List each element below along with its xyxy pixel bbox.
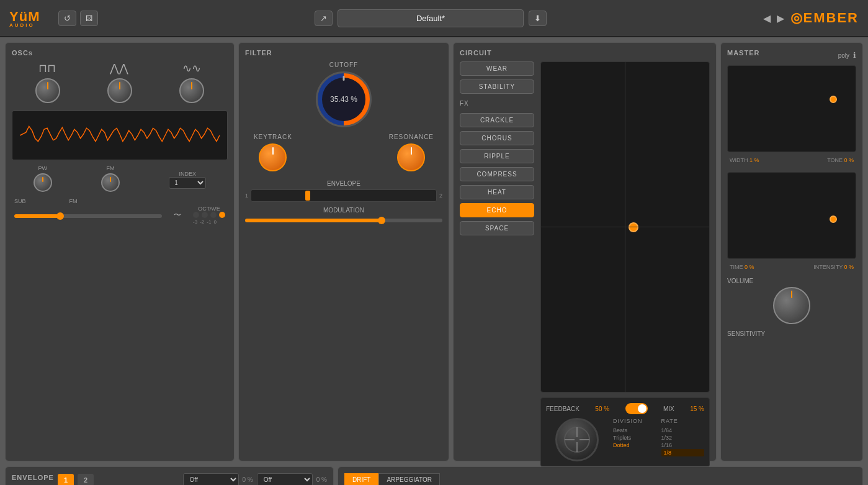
fm-slider-label: FM <box>69 198 78 204</box>
oct-val-m2: -2 <box>200 219 204 225</box>
osc-wave-svg <box>12 111 227 160</box>
width-tone-pad[interactable] <box>727 65 856 152</box>
fm-knob[interactable] <box>101 173 120 192</box>
rate-1-8[interactable]: 1/8 <box>661 449 705 456</box>
cutoff-knob[interactable]: 35.43 % <box>316 71 372 127</box>
space-button[interactable]: SPACE <box>460 221 534 235</box>
time-intensity-pad[interactable] <box>727 172 856 259</box>
cutoff-value: 35.43 % <box>322 78 365 121</box>
osc-knob-2-control[interactable] <box>107 78 132 103</box>
poly-label: poly <box>838 52 849 59</box>
logo: YüM AUDIO <box>9 9 40 28</box>
osc-knob-2 <box>107 78 132 106</box>
circuit-left: WEAR STABILITY FX CRACKLE CHORUS RIPPLE … <box>460 61 534 467</box>
circuit-title: CIRCUIT <box>460 49 710 57</box>
octave-num-labels: -3 -2 -1 0 <box>193 219 225 225</box>
resonance-group: RESONANCE <box>389 134 434 174</box>
tone-label: TONE 0 % <box>827 157 854 163</box>
oct-dot-m2[interactable] <box>202 212 208 218</box>
wave-saw-icon: ⋀⋀ <box>110 61 128 75</box>
toggle-track[interactable] <box>625 403 648 414</box>
mix-value: 15 % <box>690 406 704 412</box>
preset-name[interactable]: Default* <box>338 9 524 27</box>
volume-knob[interactable] <box>773 287 810 324</box>
stability-button[interactable]: STABILITY <box>460 79 534 94</box>
cutoff-label: CUTOFF <box>329 61 358 68</box>
osc-knob-1-control[interactable] <box>35 78 60 103</box>
time-intensity-labels: TIME 0 % INTENSITY 0 % <box>727 263 856 271</box>
dotted-option[interactable]: Dotted <box>613 442 656 449</box>
delay-controls: FEEDBACK 50 % MIX 15 % <box>540 397 710 467</box>
keytrack-label: KEYTRACK <box>254 134 292 140</box>
rate-1-64[interactable]: 1/64 <box>661 427 705 434</box>
arpeggiator-tab[interactable]: ARPEGGIATOR <box>378 473 439 485</box>
wear-button[interactable]: WEAR <box>460 61 534 76</box>
fm-label: FM <box>101 165 120 171</box>
env-min: 1 <box>245 193 248 199</box>
division-label: DIVISION <box>613 418 656 424</box>
octave-section: OCTAVE -3 -2 -1 0 <box>193 206 225 225</box>
osc-main-knobs <box>12 78 228 106</box>
compress-button[interactable]: COMPRESS <box>460 167 534 181</box>
rate-1-16[interactable]: 1/16 <box>661 442 705 449</box>
rate-1-32[interactable]: 1/32 <box>661 434 705 442</box>
delay-grid <box>541 62 709 392</box>
mix-label: MIX <box>663 406 674 412</box>
time-intensity-dot[interactable] <box>830 215 837 223</box>
volume-section: VOLUME <box>727 278 856 324</box>
delay-toggle[interactable] <box>625 403 648 414</box>
undo-button[interactable]: ↺ <box>58 11 76 26</box>
envelope-dropdown-2[interactable]: OffFilterPitch <box>257 473 313 485</box>
download-button[interactable]: ⬇ <box>529 11 547 26</box>
filter-title: FILTER <box>245 49 442 57</box>
filter-envelope-row: ENVELOPE 1 2 <box>245 180 442 202</box>
division-section: DIVISION Beats Triplets Dotted <box>613 418 656 461</box>
env-percent-2: 0 % <box>316 476 327 483</box>
top-bar-right: ◀ ▶ ◎EMBER <box>763 10 859 26</box>
oct-dot-m1[interactable] <box>210 212 217 218</box>
resonance-knob[interactable] <box>397 143 425 171</box>
svg-point-7 <box>575 437 579 442</box>
prev-button[interactable]: ◀ <box>763 12 771 24</box>
pw-knob[interactable] <box>34 173 52 192</box>
info-icon[interactable]: ℹ <box>853 51 856 60</box>
oct-dot-m3[interactable] <box>193 212 199 218</box>
envelope-tab-1[interactable]: 1 <box>58 474 74 486</box>
echo-button[interactable]: ECHO <box>460 203 534 217</box>
envelope-dropdowns: OffFilterPitch 0 % OffFilterPitch 0 % <box>183 473 327 485</box>
modulation-slider[interactable] <box>245 219 442 222</box>
volume-label: VOLUME <box>727 278 856 284</box>
oct-dot-0[interactable] <box>219 212 225 218</box>
next-button[interactable]: ▶ <box>777 12 784 24</box>
filter-envelope-label: ENVELOPE <box>245 180 442 187</box>
beats-option[interactable]: Beats <box>613 427 656 434</box>
toggle-thumb <box>638 404 647 413</box>
delay-knob[interactable] <box>555 418 599 461</box>
delay-knob-area <box>546 418 608 461</box>
osc-knob-3-control[interactable] <box>179 78 204 103</box>
sub-fm-labels: SUB FM <box>14 198 225 204</box>
envelope-tab-2[interactable]: 2 <box>78 474 94 486</box>
envelope-slider[interactable] <box>251 189 437 202</box>
export-button[interactable]: ↗ <box>315 11 333 26</box>
width-label: WIDTH 1 % <box>730 157 759 163</box>
heat-button[interactable]: HEAT <box>460 185 534 199</box>
triplets-option[interactable]: Triplets <box>613 434 656 442</box>
envelope-panel: ENVELOPE 1 2 OffFilterPitch 0 % OffFilte… <box>5 466 334 485</box>
ripple-button[interactable]: RIPPLE <box>460 149 534 163</box>
env-percent-1: 0 % <box>243 476 253 483</box>
osc-panel: OSCs ⊓⊓ ⋀⋀ ∿∿ <box>5 42 235 461</box>
dice-button[interactable]: ⚄ <box>80 11 98 26</box>
sub-slider[interactable] <box>14 214 162 218</box>
width-tone-dot[interactable] <box>830 96 837 103</box>
crackle-button[interactable]: CRACKLE <box>460 113 534 127</box>
top-bar-center: ↗ Default* ⬇ <box>104 9 756 27</box>
chorus-button[interactable]: CHORUS <box>460 131 534 145</box>
keytrack-knob[interactable] <box>259 143 287 171</box>
filter-knobs-row: KEYTRACK RESONANCE <box>245 134 442 174</box>
envelope-dropdown-1[interactable]: OffFilterPitch <box>183 473 239 485</box>
drift-tab[interactable]: DRIFT <box>344 473 378 485</box>
time-label: TIME 0 % <box>730 264 754 270</box>
index-select[interactable]: 123 <box>169 177 206 189</box>
envelope-slider-container: 1 2 <box>245 189 442 202</box>
